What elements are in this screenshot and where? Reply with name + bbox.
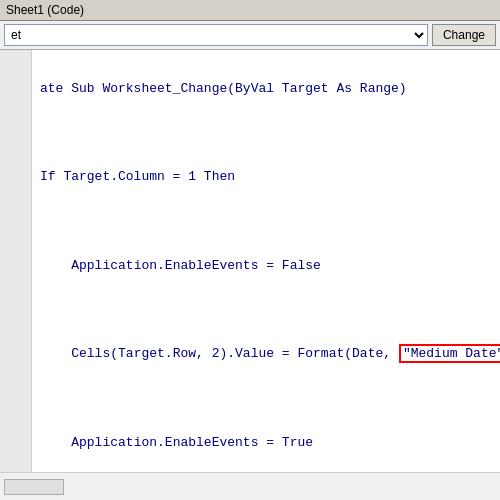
- bottom-bar: [0, 472, 500, 500]
- code-line-1: ate Sub Worksheet_Change(ByVal Target As…: [40, 78, 492, 100]
- horizontal-scrollbar[interactable]: [4, 479, 64, 495]
- toolbar: et Change: [0, 21, 500, 50]
- change-button[interactable]: Change: [432, 24, 496, 46]
- code-content[interactable]: ate Sub Worksheet_Change(ByVal Target As…: [32, 50, 500, 472]
- object-select[interactable]: et: [4, 24, 428, 46]
- vba-editor-window: Sheet1 (Code) et Change ate Sub Workshee…: [0, 0, 500, 500]
- code-line-3: If Target.Column = 1 Then: [40, 166, 492, 188]
- highlight-medium-date: "Medium Date": [399, 344, 500, 363]
- code-line-4: [40, 211, 492, 233]
- code-line-7: Cells(Target.Row, 2).Value = Format(Date…: [40, 343, 492, 365]
- code-area: ate Sub Worksheet_Change(ByVal Target As…: [0, 50, 500, 472]
- code-line-8: [40, 387, 492, 409]
- title-text: Sheet1 (Code): [6, 3, 84, 17]
- code-line-2: [40, 122, 492, 144]
- code-line-5: Application.EnableEvents = False: [40, 255, 492, 277]
- code-line-6: [40, 299, 492, 321]
- title-bar: Sheet1 (Code): [0, 0, 500, 21]
- line-gutter: [0, 50, 32, 472]
- code-line-9: Application.EnableEvents = True: [40, 432, 492, 454]
